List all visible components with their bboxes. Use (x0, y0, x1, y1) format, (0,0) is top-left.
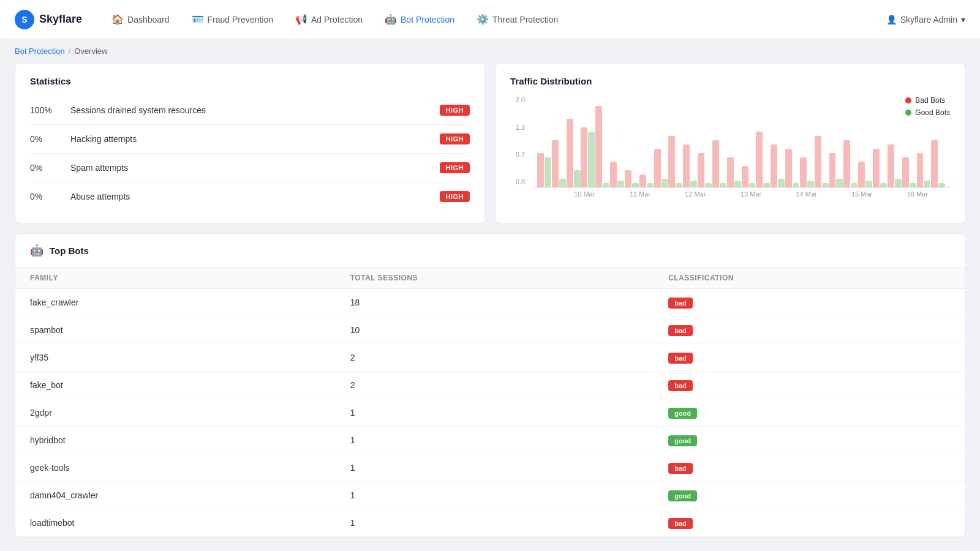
good-bar (749, 183, 756, 187)
stats-pct: 0% (30, 134, 61, 144)
bar-group (537, 153, 551, 187)
bad-bar (829, 153, 836, 187)
stats-pct: 100% (30, 105, 61, 115)
bar-group (858, 162, 872, 187)
bar-group (829, 153, 843, 187)
y-label: 2.0 (510, 96, 525, 103)
stats-row: 0% Abuse attempts HIGH (30, 182, 470, 211)
good-bar (662, 179, 668, 187)
nav-item-ad-protection[interactable]: 📢 Ad Protection (285, 9, 372, 30)
good-bar (734, 181, 741, 187)
cell-sessions: 1 (336, 399, 654, 427)
threat-icon: ⚙️ (477, 13, 489, 25)
good-bar (617, 181, 624, 187)
good-bar (778, 179, 785, 187)
good-bar (690, 181, 697, 187)
bad-bar (785, 149, 792, 187)
table-row: 2gdpr 1 good (15, 399, 965, 427)
nav-item-threat-protection[interactable]: ⚙️ Threat Protection (467, 9, 568, 30)
stats-label: Spam attempts (70, 163, 430, 173)
bad-bar (873, 149, 880, 187)
stats-label: Abuse attempts (70, 192, 430, 201)
nav-item-dashboard[interactable]: 🏠 Dashboard (102, 9, 179, 30)
cell-classification: good (654, 482, 965, 509)
bad-bar (800, 157, 807, 187)
good-bar (763, 183, 770, 187)
classification-badge: good (668, 490, 697, 501)
top-bots-title: Top Bots (50, 246, 89, 256)
good-bar (895, 179, 902, 187)
table-row: damn404_crawler 1 good (15, 482, 965, 509)
dashboard-icon: 🏠 (111, 13, 124, 25)
cell-family: hybridbot (15, 427, 336, 454)
good-bar (574, 170, 581, 187)
bar-group (581, 127, 595, 187)
cell-classification: bad (654, 372, 965, 399)
x-label: 13 Mar (723, 190, 779, 198)
breadcrumb-parent[interactable]: Bot Protection (15, 47, 65, 56)
stats-pct: 0% (30, 163, 61, 173)
navbar: S Skyflare 🏠 Dashboard 🪪 Fraud Preventio… (0, 0, 980, 39)
traffic-card: Traffic Distribution 2.01.30.70.0 10 Mar… (495, 63, 965, 223)
stats-label: Hacking attempts (70, 134, 430, 144)
table-row: loadtimebot 1 bad (15, 509, 965, 537)
brand-logo[interactable]: S Skyflare (15, 10, 82, 29)
statistics-title: Statistics (30, 76, 470, 86)
statistics-card: Statistics 100% Sessions drained system … (15, 63, 485, 223)
bar-group (712, 140, 726, 187)
cell-sessions: 1 (336, 454, 654, 482)
nav-item-fraud-prevention[interactable]: 🪪 Fraud Prevention (182, 9, 283, 30)
top-bots-card: 🤖 Top Bots FAMILY TOTAL SESSIONS CLASSIF… (15, 233, 965, 538)
chart-legend: Bad BotsGood Bots (905, 96, 950, 117)
bar-group (654, 149, 668, 187)
breadcrumb: Bot Protection / Overview (0, 39, 980, 63)
table-row: hybridbot 1 good (15, 427, 965, 454)
bad-bar (581, 127, 587, 187)
classification-badge: good (668, 408, 697, 419)
table-row: geek-tools 1 bad (15, 454, 965, 482)
nav-item-bot-protection[interactable]: 🤖 Bot Protection (375, 9, 464, 30)
stats-row: 0% Spam attempts HIGH (30, 154, 470, 182)
bar-group (815, 136, 829, 187)
cell-family: yff35 (15, 344, 336, 372)
cell-sessions: 1 (336, 427, 654, 454)
bad-bar (727, 157, 734, 187)
cell-classification: bad (654, 289, 965, 317)
fraud-icon: 🪪 (192, 13, 204, 25)
bad-bar (815, 136, 821, 187)
good-bar (910, 183, 916, 187)
nav-item-ad-label: Ad Protection (311, 15, 363, 24)
bad-bar (742, 166, 748, 187)
bad-bar (625, 170, 631, 187)
bar-group (625, 170, 639, 187)
user-icon: 👤 (886, 15, 897, 24)
bad-bar (683, 144, 690, 187)
stats-row: 100% Sessions drained system resources H… (30, 96, 470, 125)
bad-bar (756, 132, 763, 187)
classification-badge: bad (668, 518, 693, 529)
good-bar (705, 183, 712, 187)
bad-bar (698, 153, 704, 187)
bar-group (595, 106, 609, 187)
cell-sessions: 1 (336, 482, 654, 509)
bar-group (785, 149, 799, 187)
cell-sessions: 2 (336, 344, 654, 372)
bad-bar (843, 140, 850, 187)
good-bar (647, 183, 654, 187)
chart-bars (532, 96, 950, 188)
bar-group (552, 140, 566, 187)
top-row: Statistics 100% Sessions drained system … (15, 63, 965, 223)
nav-item-fraud-label: Fraud Prevention (208, 15, 273, 24)
chart-y-axis: 2.01.30.70.0 (510, 96, 530, 186)
legend-item: Bad Bots (905, 96, 950, 105)
logo-icon: S (15, 10, 34, 29)
user-menu[interactable]: 👤 Skyflare Admin ▾ (886, 15, 965, 24)
x-label: 15 Mar (834, 190, 890, 198)
good-bar (924, 181, 930, 187)
nav-item-bot-label: Bot Protection (401, 15, 454, 24)
legend-item: Good Bots (905, 108, 950, 117)
top-bots-table: FAMILY TOTAL SESSIONS CLASSIFICATION fak… (15, 268, 965, 537)
bar-group (843, 140, 858, 187)
good-bar (793, 183, 799, 187)
bar-group (610, 162, 624, 187)
